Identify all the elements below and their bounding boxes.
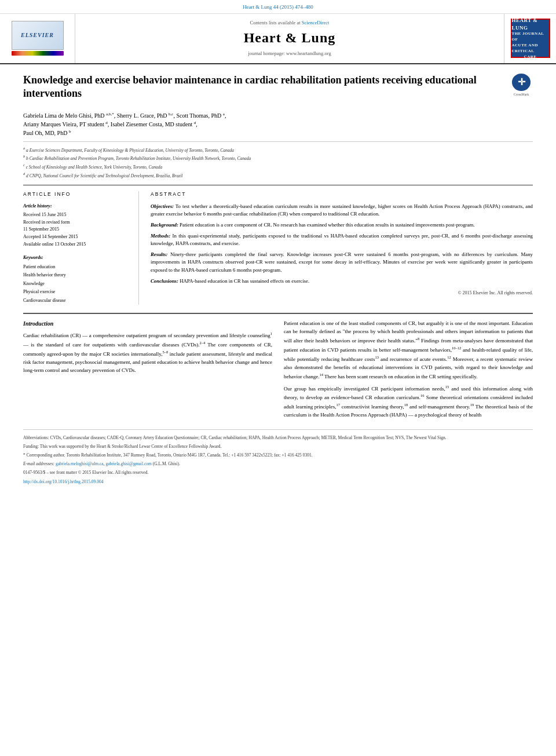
keyword-5: Cardiovascular disease (23, 297, 130, 305)
abstract-results: Results: Ninety-three participants compl… (151, 251, 533, 275)
page-wrapper: Heart & Lung 44 (2015) 474–480 ELSEVIER … (0, 0, 556, 494)
abstract-content: Objectives: To test whether a theoretica… (151, 203, 533, 297)
journal-title-area: Contents lists available at ScienceDirec… (75, 14, 504, 63)
corresponding-note: * Corresponding author. Toronto Rehabili… (23, 452, 533, 459)
email-note: E-mail addresses: gabriela.meloghisi@ulm… (23, 461, 533, 468)
journal-badge-area: HEART & LUNG THE JOURNAL OF ACUTE AND CR… (504, 14, 556, 63)
online-date: Available online 13 October 2015 (23, 241, 130, 249)
contents-line: Contents lists available at ScienceDirec… (87, 20, 492, 27)
keyword-4: Physical exercise (23, 288, 130, 296)
affiliation-b: b b Cardiac Rehabilitation and Preventio… (23, 154, 533, 162)
affiliation-a: a a Exercise Sciences Department, Facult… (23, 145, 533, 154)
top-header: Heart & Lung 44 (2015) 474–480 (0, 0, 556, 14)
elsevier-logo-area: ELSEVIER (0, 14, 75, 63)
email-link-2[interactable]: gabriela.ghisi@gmail.com (105, 461, 151, 466)
info-abstract-section: Article Info Article history: Received 1… (23, 185, 533, 305)
article-info-column: Article Info Article history: Received 1… (23, 191, 139, 305)
copyright: © 2015 Elsevier Inc. All rights reserved… (151, 290, 533, 296)
article-title-section: Knowledge and exercise behavior maintena… (23, 74, 533, 105)
revised-date: Received in revised formReceived in revi… (23, 219, 130, 234)
crossmark-label: CrossMark (514, 92, 529, 97)
email-label: E-mail addresses: (23, 461, 56, 466)
email-link-1[interactable]: gabriela.meloghisi@ulm.ca (56, 461, 104, 466)
doi-note: http://dx.doi.org/10.1016/j.hrtlng.2015.… (23, 479, 533, 485)
keyword-2: Health behavior theory (23, 271, 130, 279)
elsevier-logo: ELSEVIER (12, 21, 64, 56)
abstract-column: Abstract Objectives: To test whether a t… (151, 191, 533, 305)
email-suffix: (G.L.M. Ghisi). (153, 461, 180, 466)
hl-badge-line4: CARE (524, 54, 537, 60)
journal-header: ELSEVIER Contents lists available at Sci… (0, 14, 556, 64)
journal-homepage: journal homepage: www.heartandlung.org (87, 50, 492, 57)
received-date: Received 15 June 2015 (23, 211, 130, 219)
authors: Gabriela Lima de Melo Ghisi, PhD a,b,*, … (23, 111, 533, 138)
abstract-background: Background: Patient education is a core … (151, 221, 533, 229)
accepted-date: Accepted 14 September 2015 (23, 233, 130, 241)
crossmark-area: ✛ CrossMark (510, 74, 533, 97)
body-col2-para2: Our group has empirically investigated C… (284, 384, 533, 420)
hl-badge-line3: ACUTE AND CRITICAL (512, 43, 549, 54)
abstract-methods: Methods: In this quasi-experimental stud… (151, 232, 533, 248)
intro-heading: Introduction (23, 320, 272, 328)
body-two-col: Introduction Cardiac rehabilitation (CR)… (23, 320, 533, 422)
keyword-1: Patient education (23, 263, 130, 271)
abbreviations-note: Abbreviations: CVDs, Cardiovascular dise… (23, 434, 533, 441)
affiliation-d: d d CNPQ, National Council for Scientifi… (23, 171, 533, 179)
crossmark-icon: ✛ (512, 74, 531, 91)
keywords-label: Keywords: (23, 254, 130, 261)
article-history: Article history: Received 15 June 2015 R… (23, 203, 130, 249)
body-col-left: Introduction Cardiac rehabilitation (CR)… (23, 320, 272, 422)
doi-link[interactable]: http://dx.doi.org/10.1016/j.hrtlng.2015.… (23, 479, 103, 484)
footnotes: Abbreviations: CVDs, Cardiovascular dise… (23, 429, 533, 485)
sciencedirect-link[interactable]: ScienceDirect (302, 20, 330, 25)
keyword-3: Knowledge (23, 280, 130, 288)
keywords-section: Keywords: Patient education Health behav… (23, 254, 130, 305)
hl-badge-text: HEART & LUNG (512, 17, 549, 31)
body-col1-para1: Cardiac rehabilitation (CR) — a comprehe… (23, 331, 272, 375)
funding-note: Funding: This work was supported by the … (23, 443, 533, 450)
article-info-header: Article Info (23, 191, 130, 198)
article-title: Knowledge and exercise behavior maintena… (23, 74, 510, 101)
abstract-objectives: Objectives: To test whether a theoretica… (151, 203, 533, 218)
history-label: Article history: (23, 203, 130, 209)
affiliations: a a Exercise Sciences Department, Facult… (23, 141, 533, 179)
elsevier-logo-stripe (12, 51, 64, 56)
abstract-conclusions: Conclusions: HAPA-based education in CR … (151, 277, 533, 286)
body-col-right: Patient education is one of the least st… (284, 320, 533, 422)
affiliation-c: c c School of Kinesiology and Health Sci… (23, 162, 533, 170)
issn-note: 0147-9563/$ – see front matter © 2015 El… (23, 469, 533, 476)
body-section: Introduction Cardiac rehabilitation (CR)… (23, 313, 533, 422)
elsevier-logo-image: ELSEVIER (12, 21, 64, 50)
journal-ref: Heart & Lung 44 (2015) 474–480 (243, 4, 313, 10)
hl-badge-line2: THE JOURNAL OF (512, 31, 549, 43)
main-content: Knowledge and exercise behavior maintena… (0, 64, 556, 494)
body-col2-para1: Patient education is one of the least st… (284, 320, 533, 381)
journal-title: Heart & Lung (87, 28, 492, 48)
abstract-header: Abstract (151, 191, 533, 198)
hl-badge: HEART & LUNG THE JOURNAL OF ACUTE AND CR… (511, 19, 550, 58)
